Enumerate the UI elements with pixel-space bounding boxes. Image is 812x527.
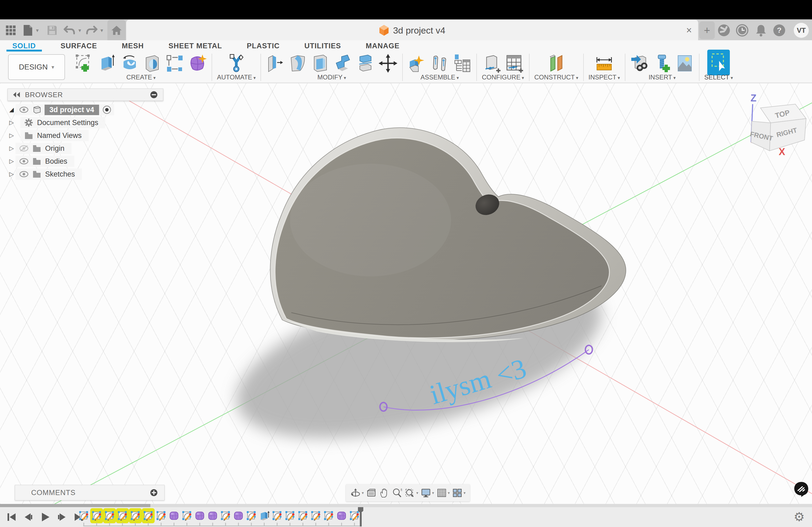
timeline-playhead[interactable] [357,507,364,526]
avatar[interactable]: VT [793,20,810,41]
timeline-feature-sketch-14[interactable] [245,508,258,523]
look-at-icon[interactable] [366,487,377,498]
pattern-icon[interactable] [165,54,184,73]
group-label-modify[interactable]: MODIFY [317,74,346,81]
press-pull-icon[interactable] [266,54,285,73]
play-icon[interactable] [39,511,51,523]
expand-chevron-icon[interactable]: ▷ [8,132,16,139]
active-document-radio-icon[interactable] [102,105,112,114]
add-comment-icon[interactable] [150,488,158,497]
timeline-feature-form-8[interactable] [168,508,180,523]
combine-icon[interactable] [334,54,352,73]
visibility-off-icon[interactable] [19,144,28,153]
app-grid-icon[interactable] [4,20,18,41]
expand-chevron-icon[interactable]: ▷ [8,145,16,152]
automate-icon[interactable] [227,54,246,73]
tab-utilities[interactable]: UTILITIES [292,40,354,51]
insert-derive-icon[interactable] [630,54,649,73]
offset-face-icon[interactable] [356,54,375,73]
comments-bar[interactable]: COMMENTS [15,485,164,500]
root-document-label[interactable]: 3d project v4 [45,105,99,115]
shell-icon[interactable] [311,54,330,73]
timeline-feature-sketch-9[interactable] [180,508,193,523]
viewports-icon[interactable]: ▾ [452,487,466,498]
select-button[interactable] [707,50,730,75]
canvas-icon[interactable] [675,54,694,73]
timeline-feature-sketch-18[interactable] [296,508,309,523]
timeline-feature-form-13[interactable] [232,508,245,523]
timeline-feature-sketch-1[interactable] [77,508,90,523]
timeline-scrollbar[interactable] [0,504,812,507]
group-label-automate[interactable]: AUTOMATE [217,74,256,81]
timeline-feature-sketch-7[interactable] [155,508,168,523]
insert-fastener-icon[interactable] [653,54,671,73]
in-app-chat-icon[interactable] [792,480,810,499]
undo-caret-icon[interactable]: ▾ [76,20,83,41]
close-tab-icon[interactable]: × [681,20,697,41]
measure-icon[interactable] [595,54,613,73]
group-label-insert[interactable]: INSERT [649,74,676,81]
pan-icon[interactable] [379,487,390,498]
grid-settings-icon[interactable]: ▾ [436,487,450,498]
fillet-icon[interactable] [288,54,307,73]
step-back-icon[interactable] [23,511,34,523]
timeline-feature-sketch-2[interactable] [90,508,103,523]
workspace-selector[interactable]: DESIGN▾ [8,54,65,80]
help-icon[interactable]: ? [772,20,787,41]
timeline-feature-form-11[interactable] [206,508,219,523]
expand-chevron-icon[interactable]: ▷ [8,171,16,178]
timeline-feature-extrude-15[interactable] [258,508,271,523]
browser-item-origin[interactable]: ▷Origin [8,143,169,154]
expand-chevron-icon[interactable]: ▷ [8,158,16,165]
timeline-feature-sketch-16[interactable] [271,508,284,523]
orbit-icon[interactable]: ▾ [350,487,364,498]
timeline-feature-sketch-17[interactable] [284,508,296,523]
step-forward-icon[interactable] [56,511,68,523]
timeline-feature-sketch-20[interactable] [322,508,335,523]
group-label-configure[interactable]: CONFIGURE [482,74,524,81]
create-form-icon[interactable] [188,54,207,73]
tab-mesh[interactable]: MESH [110,40,156,51]
new-file-caret-icon[interactable]: ▾ [34,20,41,41]
timeline-feature-form-10[interactable] [193,508,206,523]
collapse-panel-icon[interactable] [13,91,21,98]
go-to-start-icon[interactable] [6,511,18,523]
tab-solid[interactable]: SOLID [0,40,48,51]
revolve-icon[interactable] [120,54,139,73]
create-sketch-icon[interactable] [75,54,94,73]
browser-item-named-views[interactable]: ▷Named Views [8,130,169,141]
redo-icon[interactable] [85,20,99,41]
hole-icon[interactable] [143,54,162,73]
extensions-icon[interactable] [716,20,731,41]
tab-surface[interactable]: SURFACE [48,40,110,51]
browser-item-document-settings[interactable]: ▷Document Settings [8,117,169,128]
tab-plastic[interactable]: PLASTIC [234,40,292,51]
expand-chevron-icon[interactable]: ▷ [8,119,16,126]
extrude-icon[interactable] [98,54,117,73]
group-label-construct[interactable]: CONSTRUCT [534,74,578,81]
visibility-eye-icon[interactable] [19,157,28,166]
panel-menu-icon[interactable] [149,90,158,99]
timeline-feature-sketch-5[interactable] [129,508,142,523]
zoom-window-icon[interactable]: ▾ [405,487,418,498]
timeline-feature-sketch-6[interactable] [142,508,155,523]
job-status-icon[interactable] [735,20,750,41]
joint-icon[interactable] [430,54,449,73]
component-table-icon[interactable] [453,54,472,73]
browser-header[interactable]: BROWSER [8,89,163,101]
browser-item-sketches[interactable]: ▷Sketches [8,168,169,180]
group-label-create[interactable]: CREATE [127,74,156,81]
move-copy-icon[interactable] [379,54,397,73]
configuration-table-icon[interactable] [505,54,524,73]
expand-arrow-icon[interactable]: ◢ [8,106,16,113]
display-settings-icon[interactable]: ▾ [420,487,434,498]
browser-item-bodies[interactable]: ▷Bodies [8,156,169,167]
tab-sheet-metal[interactable]: SHEET METAL [156,40,235,51]
group-label-assemble[interactable]: ASSEMBLE [420,74,459,81]
redo-caret-icon[interactable]: ▾ [98,20,105,41]
timeline-settings-gear-icon[interactable]: ⚙ [792,509,807,524]
timeline-feature-sketch-3[interactable] [103,508,116,523]
visibility-eye-icon[interactable] [19,105,28,114]
notifications-icon[interactable] [753,20,768,41]
undo-icon[interactable] [62,20,76,41]
